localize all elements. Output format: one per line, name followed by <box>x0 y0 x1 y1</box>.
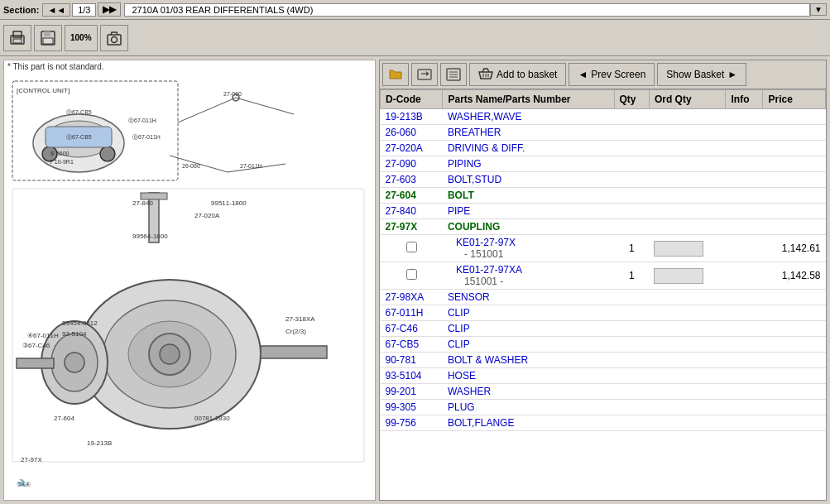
show-basket-btn[interactable]: Show Basket ► <box>657 63 746 86</box>
d-code-cell[interactable]: 27-98XA <box>381 290 443 305</box>
d-code-link[interactable]: 26-060 <box>386 127 416 138</box>
d-code-cell[interactable]: 19-213B <box>381 109 443 125</box>
d-code-cell[interactable]: 67-CB5 <box>381 337 443 353</box>
qty-cell <box>614 353 649 368</box>
d-code-cell[interactable]: 90-781 <box>381 353 443 368</box>
info-cell <box>726 109 763 125</box>
d-code-link[interactable]: 99-756 <box>386 417 416 429</box>
svg-text:27-97X: 27-97X <box>21 456 42 463</box>
svg-text:⓪67-011H: ⓪67-011H <box>132 134 161 140</box>
save-icon <box>40 30 56 46</box>
d-code-link[interactable]: 27-020A <box>386 142 423 154</box>
qty-cell <box>614 384 649 400</box>
svg-rect-5 <box>44 31 50 36</box>
d-code-link[interactable]: 27-840 <box>386 205 416 217</box>
price-cell <box>763 219 826 235</box>
ord-qty-cell <box>649 400 726 415</box>
qty-cell <box>614 305 649 321</box>
d-code-cell[interactable]: 99-756 <box>381 415 443 431</box>
d-code-link[interactable]: 27-604 <box>386 190 416 201</box>
d-code-link[interactable]: 67-CB5 <box>386 338 420 350</box>
parts-icon-btn-2[interactable] <box>411 63 438 86</box>
table-row: 26-060 BREATHER <box>381 125 826 141</box>
ord-qty-input[interactable] <box>654 241 703 257</box>
col-info: Info <box>726 90 763 109</box>
d-code-cell[interactable]: 67-C46 <box>381 321 443 337</box>
parts-name-cell: PIPING <box>443 156 614 172</box>
info-cell <box>726 337 763 353</box>
d-code-link[interactable]: 19-213B <box>386 111 423 122</box>
qty-cell <box>614 109 649 125</box>
parts-table: D-Code Parts Name/Parts Number Qty Ord Q… <box>380 89 826 431</box>
d-code-link[interactable]: 90-781 <box>386 354 416 366</box>
part-checkbox[interactable] <box>406 242 417 252</box>
diagram-image-area[interactable]: [CONTROL UNIT] ⓪67-CB5 ⓪67-011H ⓪67-CB5 … <box>4 73 375 497</box>
svg-text:7 10-9R1: 7 10-9R1 <box>50 159 74 165</box>
next-section-btn[interactable]: ▶▶ <box>98 2 121 17</box>
d-code-link[interactable]: 27-090 <box>386 158 416 170</box>
qty-cell <box>614 172 649 188</box>
table-row: 67-011H CLIP <box>381 305 826 321</box>
checkbox-cell[interactable] <box>381 235 443 262</box>
parts-diagram-svg: [CONTROL UNIT] ⓪67-CB5 ⓪67-011H ⓪67-CB5 … <box>4 73 368 487</box>
info-cell <box>726 204 763 219</box>
info-cell <box>726 262 763 290</box>
d-code-cell[interactable]: 27-090 <box>381 156 443 172</box>
d-code-cell[interactable]: 27-603 <box>381 172 443 188</box>
d-code-cell[interactable]: 27-020A <box>381 141 443 156</box>
add-to-basket-btn[interactable]: Add to basket <box>469 63 566 86</box>
d-code-cell[interactable]: 99-201 <box>381 384 443 400</box>
qty-cell <box>614 125 649 141</box>
ord-qty-cell <box>649 368 726 384</box>
d-code-cell[interactable]: 27-840 <box>381 204 443 219</box>
parts-name-cell: BOLT <box>443 188 614 204</box>
d-code-cell[interactable]: 27-604 <box>381 188 443 204</box>
d-code-link[interactable]: 27-97X <box>386 221 418 233</box>
parts-table-container[interactable]: D-Code Parts Name/Parts Number Qty Ord Q… <box>379 89 827 501</box>
d-code-link[interactable]: 27-98XA <box>386 291 425 303</box>
ord-qty-cell[interactable] <box>649 262 726 290</box>
parts-icon-btn-1[interactable] <box>382 63 409 86</box>
ord-qty-cell[interactable] <box>649 235 726 262</box>
d-code-cell[interactable]: 27-97X <box>381 219 443 235</box>
d-code-cell[interactable]: 99-305 <box>381 400 443 415</box>
d-code-link[interactable]: 67-011H <box>386 307 424 319</box>
svg-text:27-011H: 27-011H <box>240 163 262 169</box>
svg-text:19-213B: 19-213B <box>87 439 112 447</box>
ord-qty-cell <box>649 109 726 125</box>
prev-section-btn[interactable]: ◄◄ <box>42 3 70 17</box>
prev-screen-btn[interactable]: ◄ Prev Screen <box>569 63 655 86</box>
svg-marker-63 <box>426 71 429 76</box>
camera-btn[interactable] <box>100 25 128 51</box>
ord-qty-cell <box>649 353 726 368</box>
info-cell <box>726 141 763 156</box>
part-checkbox[interactable] <box>406 269 417 280</box>
table-row: 99-201 WASHER <box>381 384 826 400</box>
price-cell <box>763 305 826 321</box>
ord-qty-cell <box>649 204 726 219</box>
zoom-btn[interactable]: 100% <box>65 25 98 51</box>
ord-qty-cell <box>649 415 726 431</box>
print-btn[interactable] <box>3 25 31 51</box>
table-row: 19-213B WASHER,WAVE <box>381 109 826 125</box>
parts-name-cell: WASHER,WAVE <box>443 109 614 125</box>
parts-name-cell: BOLT,STUD <box>443 172 614 188</box>
parts-name-cell: PLUG <box>443 400 614 415</box>
d-code-link[interactable]: 99-305 <box>386 401 416 413</box>
col-qty: Qty <box>614 90 649 109</box>
qty-cell <box>614 368 649 384</box>
parts-icon-btn-3[interactable] <box>440 63 467 86</box>
section-dropdown-btn[interactable]: ▼ <box>810 3 827 16</box>
qty-cell <box>614 321 649 337</box>
save-btn[interactable] <box>34 25 62 51</box>
d-code-cell[interactable]: 67-011H <box>381 305 443 321</box>
ord-qty-input[interactable] <box>654 268 703 284</box>
d-code-cell[interactable]: 26-060 <box>381 125 443 141</box>
d-code-cell[interactable]: 93-5104 <box>381 368 443 384</box>
checkbox-cell[interactable] <box>381 262 443 290</box>
d-code-link[interactable]: 93-5104 <box>386 370 422 382</box>
d-code-link[interactable]: 27-603 <box>386 174 416 185</box>
d-code-link[interactable]: 67-C46 <box>386 323 418 334</box>
qty-cell <box>614 337 649 353</box>
d-code-link[interactable]: 99-201 <box>386 386 416 397</box>
